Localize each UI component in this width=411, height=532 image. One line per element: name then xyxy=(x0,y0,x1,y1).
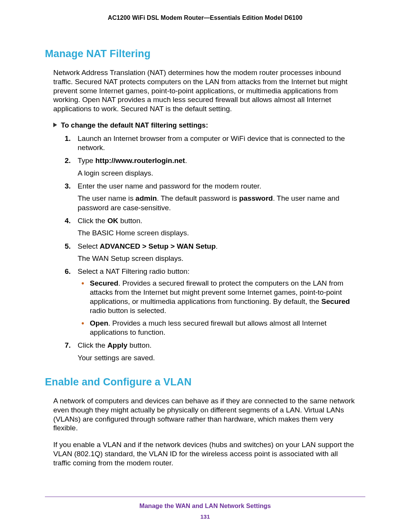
step-1: Launch an Internet browser from a comput… xyxy=(65,134,357,153)
step-result: A login screen displays. xyxy=(78,169,357,178)
text: Type xyxy=(78,157,95,165)
step-4: Click the OK button. The BASIC Home scre… xyxy=(65,216,357,238)
text: The user name is xyxy=(78,194,135,202)
footer-content: Manage the WAN and LAN Network Settings … xyxy=(45,502,365,520)
step-7: Click the Apply button. Your settings ar… xyxy=(65,341,357,363)
section-heading-nat: Manage NAT Filtering xyxy=(45,48,365,60)
document-page: AC1200 WiFi DSL Modem Router—Essentials … xyxy=(0,0,411,532)
text: . xyxy=(216,242,218,250)
footer-rule xyxy=(45,497,365,497)
text: . xyxy=(185,157,187,165)
option-text: . Provides a much less secured firewall … xyxy=(90,319,327,336)
step-2: Type http://www.routerlogin.net. A login… xyxy=(65,156,357,178)
option-label: Open xyxy=(90,319,108,327)
step-result: The BASIC Home screen displays. xyxy=(78,228,357,238)
text: Click the xyxy=(78,341,107,349)
option-secured: Secured. Provides a secured firewall to … xyxy=(79,279,357,316)
step-5: Select ADVANCED > Setup > WAN Setup. The… xyxy=(65,242,357,264)
step-text: Click the Apply button. xyxy=(78,341,151,349)
option-text: radio button is selected. xyxy=(90,307,166,315)
document-header: AC1200 WiFi DSL Modem Router—Essentials … xyxy=(45,14,365,21)
step-result: The WAN Setup screen displays. xyxy=(78,254,357,263)
url-text: http://www.routerlogin.net xyxy=(95,157,185,165)
text-bold: OK xyxy=(107,217,118,225)
step-text: Click the OK button. xyxy=(78,217,142,225)
text: Select xyxy=(78,242,100,250)
step-result: Your settings are saved. xyxy=(78,353,357,363)
step-3: Enter the user name and password for the… xyxy=(65,182,357,212)
text-bold: password xyxy=(239,194,273,202)
procedure-heading: To change the default NAT filtering sett… xyxy=(53,121,365,129)
option-text: . Provides a secured firewall to protect… xyxy=(90,279,343,306)
step-text: Type http://www.routerlogin.net. xyxy=(78,157,187,165)
vlan-paragraph-1: A network of computers and devices can b… xyxy=(53,396,357,433)
text: Click the xyxy=(78,217,107,225)
chevron-right-icon xyxy=(53,123,57,127)
text: button. xyxy=(118,217,142,225)
step-result: The user name is admin. The default pass… xyxy=(78,194,357,212)
step-text: Select a NAT Filtering radio button: xyxy=(78,267,190,275)
text-bold: Secured xyxy=(321,297,350,305)
text-bold: admin xyxy=(135,194,157,202)
step-text: Select ADVANCED > Setup > WAN Setup. xyxy=(78,242,218,250)
step-6: Select a NAT Filtering radio button: Sec… xyxy=(65,267,357,337)
step-text: Launch an Internet browser from a comput… xyxy=(78,134,345,152)
procedure-steps: Launch an Internet browser from a comput… xyxy=(65,134,357,363)
intro-paragraph: Network Address Translation (NAT) determ… xyxy=(53,68,357,113)
footer-page-number: 131 xyxy=(45,513,365,520)
text-bold: Apply xyxy=(107,341,127,349)
step-text: Enter the user name and password for the… xyxy=(78,182,261,190)
option-open: Open. Provides a much less secured firew… xyxy=(79,319,357,337)
vlan-paragraph-2: If you enable a VLAN and if the network … xyxy=(53,440,357,467)
text: . The default password is xyxy=(157,194,239,202)
text: button. xyxy=(127,341,151,349)
text-bold: ADVANCED > Setup > WAN Setup xyxy=(100,242,216,250)
page-footer: Manage the WAN and LAN Network Settings … xyxy=(45,497,365,520)
footer-chapter-title: Manage the WAN and LAN Network Settings xyxy=(45,502,365,510)
procedure-heading-text: To change the default NAT filtering sett… xyxy=(61,121,208,129)
option-list: Secured. Provides a secured firewall to … xyxy=(79,279,357,337)
section-heading-vlan: Enable and Configure a VLAN xyxy=(45,376,365,388)
option-label: Secured xyxy=(90,279,118,287)
